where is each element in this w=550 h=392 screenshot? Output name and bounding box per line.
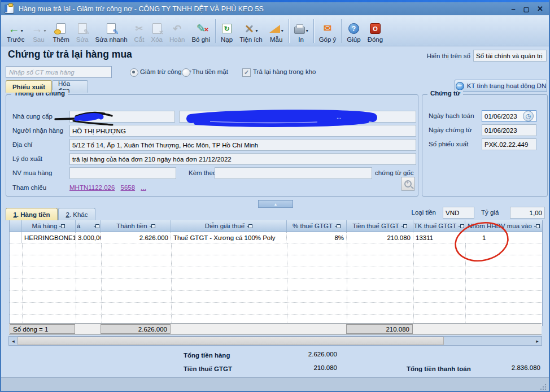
slip-no-field[interactable]: PXK.02.22.449: [482, 138, 536, 150]
undo-icon: ↶: [173, 23, 181, 35]
pin-icon[interactable]: [247, 224, 252, 228]
printer-icon: [294, 27, 305, 34]
dropdown-caret-icon[interactable]: ▾: [306, 28, 308, 33]
col-header-dien-giai-thue[interactable]: Diễn giải thuế: [171, 220, 287, 232]
radio-cash-receipt[interactable]: [182, 68, 190, 77]
power-icon: O: [370, 23, 381, 34]
toolbar-button-print[interactable]: ▾ In: [291, 20, 312, 44]
scroll-right-icon[interactable]: ▸: [533, 337, 542, 345]
pin-icon[interactable]: [401, 224, 407, 228]
posting-date-field[interactable]: 01/06/2023◷: [482, 110, 536, 122]
reference-zoom-button[interactable]: [401, 177, 415, 191]
address-field[interactable]: 5/12 Tổ 14, Ấp 1, Xuân Thới Thượng, Hóc …: [69, 139, 416, 151]
col-header-don-gia[interactable]: á: [76, 220, 101, 232]
supplier-name-field[interactable]: [179, 111, 416, 123]
checkbox-return-in-stock[interactable]: ✓: [242, 68, 251, 77]
radio-debt-reduction[interactable]: [130, 68, 138, 77]
pin-icon[interactable]: [534, 224, 540, 228]
tab-phieu-xuat[interactable]: Phiếu xuất: [6, 80, 52, 93]
currency-field[interactable]: VND: [443, 207, 474, 219]
exchange-rate-field[interactable]: 1,00: [510, 207, 545, 219]
row-gutter[interactable]: [10, 232, 22, 243]
reference-link-1[interactable]: MHTN1122.026: [69, 184, 115, 191]
pin-icon[interactable]: [94, 224, 99, 228]
toolbar-button-close[interactable]: O Đóng: [364, 20, 387, 44]
collapse-up-icon: ▲: [274, 202, 278, 206]
reason-field[interactable]: trả lại hàng của hóa đơn 210 ngày hóa đơ…: [69, 153, 416, 165]
reference-link-2[interactable]: 5658: [121, 184, 136, 191]
empty-row[interactable]: [10, 255, 542, 267]
app-window: Hàng mua trả lại - Giảm trừ công nợ - CÔ…: [0, 0, 550, 392]
address-label: Địa chỉ: [12, 139, 32, 151]
toolbar-button-forward: →▾ Sau: [28, 20, 49, 44]
col-header-thanh-tien[interactable]: Thành tiền: [101, 220, 171, 232]
col-header-ma-hang[interactable]: Mã hàng: [22, 220, 76, 232]
close-icon[interactable]: ✕: [537, 5, 543, 14]
toolbar-button-reload[interactable]: ↻ Nạp: [217, 20, 236, 44]
empty-row[interactable]: [10, 243, 542, 255]
forward-arrow-icon: →: [31, 23, 42, 35]
toolbar-button-unpost[interactable]: ✎✕ Bỏ ghi: [188, 20, 213, 44]
dropdown-caret-icon: ▾: [43, 28, 46, 33]
scroll-left-icon[interactable]: ◂: [9, 337, 18, 345]
maximize-icon[interactable]: ▢: [523, 5, 529, 14]
dropdown-caret-icon[interactable]: ▾: [255, 28, 257, 33]
kt-status-button[interactable]: KT tình trạng hoạt động DN: [455, 80, 547, 92]
splitter-collapse-button[interactable]: ▲: [258, 200, 293, 208]
check-icon: ✓: [244, 69, 249, 76]
total-vat-label: Tiền thuế GTGT: [184, 365, 232, 372]
cell-pct-thue[interactable]: 8%: [287, 232, 347, 243]
empty-row[interactable]: [10, 303, 542, 315]
tab-khac[interactable]: 2. Khác: [58, 208, 95, 220]
grid-empty-area[interactable]: [10, 243, 542, 326]
pin-icon[interactable]: [59, 224, 65, 228]
pin-icon[interactable]: [459, 224, 464, 228]
cell-dien-giai-thue[interactable]: Thuế GTGT - Xương cá 100% Poly: [171, 232, 287, 243]
attach-field[interactable]: [215, 167, 372, 179]
empty-row[interactable]: [10, 267, 542, 279]
pin-icon[interactable]: [150, 224, 155, 228]
col-header-nhom-hhdv[interactable]: Nhóm HHDV mua vào: [465, 220, 542, 232]
toolbar-button-add[interactable]: Thêm: [49, 20, 72, 44]
doc-date-label: Ngày chứng từ: [429, 124, 472, 136]
display-on-book-field[interactable]: Sổ tài chính và quản trị: [473, 50, 547, 62]
toolbar-button-utilities[interactable]: ▾ Tiện ích: [236, 20, 265, 44]
horizontal-scrollbar[interactable]: ◂ ▸: [8, 336, 542, 346]
col-header-tien-thue[interactable]: Tiền thuế GTGT: [347, 220, 413, 232]
dropdown-caret-icon[interactable]: ▾: [281, 28, 283, 33]
buyer-field[interactable]: [69, 167, 176, 179]
minimize-icon[interactable]: –: [511, 5, 515, 14]
toolbar-separator: [341, 19, 342, 43]
clock-icon[interactable]: ◷: [523, 111, 534, 121]
toolbar-button-feedback[interactable]: ✉ Góp ý: [316, 20, 340, 44]
empty-row[interactable]: [10, 279, 542, 291]
cell-don-gia[interactable]: 3.000,00: [76, 232, 101, 243]
slip-no-label: Số phiếu xuất: [429, 138, 468, 150]
resize-grip[interactable]: [540, 384, 547, 390]
detail-grid: Mã hàng á Thành tiền Diễn giải thuế % th…: [9, 220, 543, 326]
cell-tk-thue[interactable]: 13311: [413, 232, 465, 243]
purchase-ct-number-input[interactable]: [6, 66, 112, 78]
scrollbar-thumb[interactable]: [18, 337, 444, 345]
toolbar-button-help[interactable]: ? Giúp: [343, 20, 364, 44]
toolbar-button-back[interactable]: ←▾ Trước: [3, 20, 28, 44]
toolbar-button-quick-edit[interactable]: ✎ Sửa nhanh: [92, 20, 131, 44]
tab-hang-tien[interactable]: 1. Hàng tiền: [6, 208, 58, 220]
supplier-code-field[interactable]: [69, 111, 175, 123]
cell-thanh-tien[interactable]: 2.626.000: [101, 232, 171, 243]
receiver-field[interactable]: HỒ THỊ PHƯỢNG: [69, 125, 416, 137]
pin-icon[interactable]: [335, 224, 341, 228]
new-document-icon: [56, 23, 66, 34]
col-header-tk-thue[interactable]: TK thuế GTGT: [413, 220, 465, 232]
toolbar-separator: [215, 19, 216, 43]
dropdown-caret-icon[interactable]: ▾: [21, 28, 23, 33]
empty-row[interactable]: [10, 291, 542, 303]
reference-link-more[interactable]: ...: [141, 184, 146, 191]
cell-nhom-hhdv[interactable]: 1: [465, 232, 542, 243]
doc-date-field[interactable]: 01/06/2023: [482, 124, 536, 136]
col-header-pct-thue[interactable]: % thuế GTGT: [287, 220, 347, 232]
cell-ma-hang[interactable]: HERRINGBONE100: [22, 232, 76, 243]
cell-tien-thue[interactable]: 210.080: [347, 232, 413, 243]
toolbar-button-template[interactable]: ▾ Mẫu: [266, 20, 287, 44]
reason-label: Lý do xuất: [12, 153, 42, 165]
